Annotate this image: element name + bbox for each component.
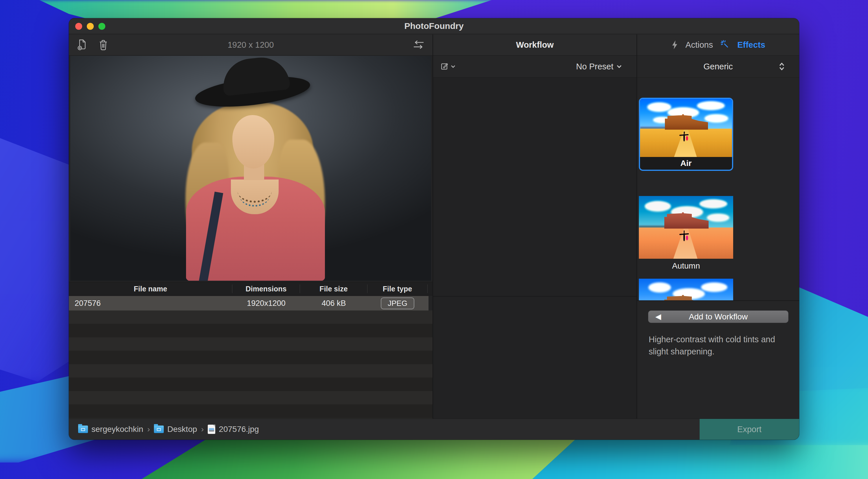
effect-card-air[interactable]: Air (639, 98, 733, 171)
tab-actions[interactable]: Actions (671, 40, 713, 50)
desktop-folder-icon (154, 425, 164, 433)
workflow-panel: Workflow No Preset (433, 34, 637, 419)
category-stepper[interactable] (778, 62, 785, 71)
export-button[interactable]: Export (700, 419, 799, 440)
bottom-bar: sergeykochkin › Desktop › 207576.jpg Exp… (69, 419, 799, 440)
column-file-size[interactable]: File size (300, 284, 368, 293)
empty-table-rows (69, 310, 433, 419)
breadcrumb-separator: › (201, 425, 204, 434)
breadcrumb-file-label: 207576.jpg (219, 425, 259, 434)
photo-preview[interactable] (70, 56, 431, 281)
effects-header: Actions (637, 34, 799, 56)
back-triangle-icon: ◀ (655, 312, 661, 321)
portrait-hat-crown (220, 56, 290, 96)
cell-dimensions: 1920x1200 (232, 299, 300, 308)
effect-category-value: Generic (703, 62, 733, 71)
effect-card-autumn[interactable] (639, 196, 733, 259)
column-dimensions[interactable]: Dimensions (232, 284, 300, 293)
lightning-bolt-icon (671, 40, 679, 50)
cell-file-name: 207576 (69, 299, 232, 308)
tab-effects[interactable]: Effects (720, 40, 765, 50)
chevron-down-icon (616, 64, 622, 69)
edit-preset-button[interactable] (441, 62, 456, 71)
close-button[interactable] (75, 23, 82, 30)
window-title: PhotoFoundry (69, 21, 799, 31)
tab-effects-label: Effects (737, 40, 765, 50)
chevron-down-icon (451, 65, 456, 69)
column-file-type[interactable]: File type (368, 284, 428, 293)
effect-name: Autumn (639, 261, 733, 271)
effects-list: Air (637, 78, 799, 300)
breadcrumb-home[interactable]: sergeykochkin (78, 425, 143, 434)
breadcrumb-separator: › (147, 425, 150, 434)
zoom-button[interactable] (98, 23, 105, 30)
effect-thumbnail (640, 99, 732, 158)
app-window: PhotoFoundry (69, 18, 799, 440)
home-folder-icon (78, 425, 88, 433)
column-file-name[interactable]: File name (69, 284, 232, 293)
breadcrumb-desktop[interactable]: Desktop (154, 425, 197, 434)
window-content: 1920 x 1200 (69, 34, 799, 419)
up-down-chevrons-icon (778, 62, 785, 71)
effect-detail-section: ◀ Add to Workflow Higher-contrast with c… (637, 301, 799, 419)
file-type-badge[interactable]: JPEG (381, 298, 414, 309)
export-label: Export (737, 425, 762, 434)
workflow-title: Workflow (516, 40, 554, 50)
effect-description: Higher-contrast with cold tints and slig… (649, 333, 789, 357)
breadcrumb-file[interactable]: 207576.jpg (208, 425, 259, 434)
effect-name: Air (681, 159, 692, 168)
workflow-detail-area (433, 297, 637, 419)
effect-name-band: Air (640, 157, 732, 170)
minimize-button[interactable] (87, 23, 94, 30)
breadcrumb: sergeykochkin › Desktop › 207576.jpg (78, 419, 259, 440)
cell-file-type: JPEG (368, 298, 428, 309)
cell-file-size: 406 kB (300, 299, 368, 308)
traffic-lights (75, 23, 105, 30)
table-row-selected[interactable]: 207576 1920x1200 406 kB JPEG (69, 296, 429, 310)
image-file-icon (208, 425, 215, 434)
image-dimensions-label: 1920 x 1200 (69, 40, 433, 50)
portrait-necklace (240, 185, 269, 207)
effect-thumbnail (639, 196, 733, 259)
title-bar[interactable]: PhotoFoundry (69, 18, 799, 34)
preset-row: No Preset (433, 56, 637, 77)
edit-icon (441, 62, 449, 71)
effect-category-row: Generic (637, 56, 799, 77)
library-panel: 1920 x 1200 (69, 34, 433, 419)
library-toolbar: 1920 x 1200 (69, 34, 433, 56)
preset-selector[interactable]: No Preset (576, 62, 622, 71)
breadcrumb-home-label: sergeykochkin (91, 425, 143, 434)
workflow-steps-area[interactable] (433, 78, 637, 296)
preset-value: No Preset (576, 62, 613, 71)
file-table-header: File name Dimensions File size File type (69, 282, 433, 296)
compare-swap-icon[interactable] (413, 40, 425, 50)
add-to-workflow-button[interactable]: ◀ Add to Workflow (648, 310, 788, 323)
breadcrumb-desktop-label: Desktop (167, 425, 197, 434)
add-to-workflow-label: Add to Workflow (689, 312, 748, 321)
effect-thumbnail (639, 279, 733, 300)
effect-card-partial[interactable] (639, 279, 733, 300)
effects-panel: Actions (637, 34, 799, 419)
magic-wand-icon (720, 40, 730, 50)
workflow-header: Workflow (433, 34, 637, 56)
tab-actions-label: Actions (685, 40, 713, 50)
actions-effects-tabs: Actions (637, 40, 799, 50)
